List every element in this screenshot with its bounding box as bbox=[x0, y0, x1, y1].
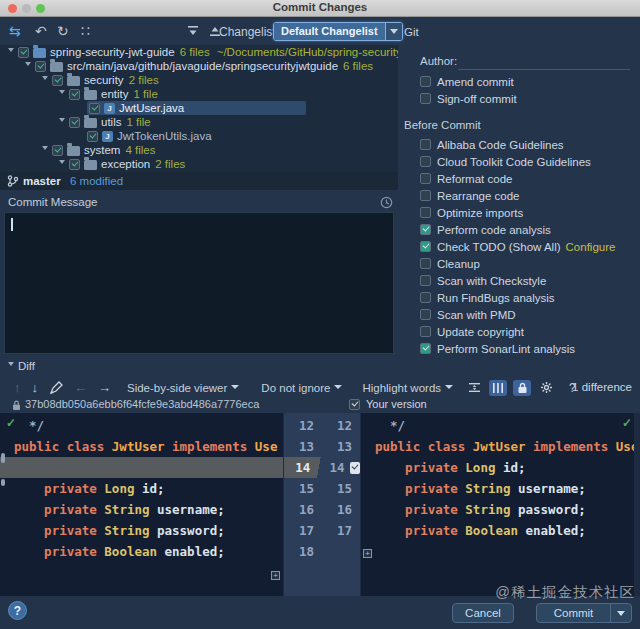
resolved-check-icon: ✓ bbox=[622, 416, 632, 430]
expand-arrow-icon[interactable] bbox=[59, 118, 65, 125]
checkbox-option[interactable]: Check TODO (Show All)Configure bbox=[420, 238, 615, 255]
diff-right-pane[interactable]: */public class JwtUser implements UserD … bbox=[361, 413, 634, 596]
modified-files-link[interactable]: 6 modified bbox=[70, 172, 123, 190]
configure-link[interactable]: Configure bbox=[566, 241, 616, 253]
checkbox[interactable] bbox=[420, 139, 431, 150]
checkbox[interactable] bbox=[420, 156, 431, 167]
changelist-dropdown[interactable]: Default Changelist bbox=[273, 22, 403, 41]
change-scroll-marker bbox=[1, 453, 5, 463]
checkbox-option[interactable]: Cloud Toolkit Code Guidelines bbox=[420, 153, 615, 170]
right-scrollbar[interactable] bbox=[634, 413, 640, 596]
expand-all-icon[interactable] bbox=[187, 25, 199, 37]
tree-row[interactable]: utils1 file bbox=[0, 115, 398, 129]
help-button[interactable]: ? bbox=[8, 601, 27, 620]
checkbox-option[interactable]: Optimize imports bbox=[420, 204, 615, 221]
checkbox-option[interactable]: Run FindBugs analysis bbox=[420, 289, 615, 306]
disable-editing-lock-icon[interactable] bbox=[513, 380, 531, 396]
commit-options-arrow[interactable] bbox=[610, 604, 631, 622]
expand-arrow-icon[interactable] bbox=[42, 76, 48, 83]
expand-arrow-icon[interactable] bbox=[42, 146, 48, 153]
tree-row[interactable]: spring-security-jwt-guide6 files~/Docume… bbox=[0, 45, 398, 59]
tree-row[interactable]: security2 files bbox=[0, 73, 398, 87]
checkbox-option[interactable]: Amend commit bbox=[420, 73, 517, 90]
diff-left-pane[interactable]: */public class JwtUser implements Use pr… bbox=[0, 413, 283, 596]
expand-arrow-icon[interactable] bbox=[25, 62, 31, 69]
checkbox-option[interactable]: Cleanup bbox=[420, 255, 615, 272]
checkbox[interactable] bbox=[420, 343, 431, 354]
checkbox-label: Reformat code bbox=[437, 173, 512, 185]
highlight-mode-dropdown[interactable]: Highlight words bbox=[362, 382, 453, 394]
checkbox[interactable] bbox=[420, 207, 431, 218]
diff-settings-gear-icon[interactable] bbox=[537, 380, 555, 396]
checkbox[interactable] bbox=[420, 93, 431, 104]
expand-arrow-icon[interactable] bbox=[59, 160, 65, 167]
checkbox-label: Update copyright bbox=[437, 326, 524, 338]
tree-row[interactable]: JJwtTokenUtils.java bbox=[0, 129, 398, 143]
your-version-checkbox[interactable] bbox=[349, 399, 360, 410]
refresh-icon[interactable]: ↻ bbox=[57, 22, 69, 40]
tree-item-checkbox[interactable] bbox=[69, 89, 80, 100]
unfold-lines-icon[interactable]: + bbox=[271, 571, 280, 580]
checkbox[interactable] bbox=[420, 275, 431, 286]
tree-row[interactable]: src/main/java/github/javaguide/springsec… bbox=[0, 59, 398, 73]
folder-icon bbox=[84, 160, 97, 170]
jump-to-source-icon[interactable] bbox=[49, 381, 63, 395]
next-difference-icon[interactable]: ↓ bbox=[32, 378, 39, 398]
move-to-changelist-icon[interactable]: ∷ bbox=[81, 22, 90, 40]
diff-code-area: */public class JwtUser implements Use pr… bbox=[0, 413, 640, 596]
tree-row[interactable]: entity1 file bbox=[0, 87, 398, 101]
tree-item-checkbox[interactable] bbox=[52, 75, 63, 86]
tree-item-checkbox[interactable] bbox=[89, 103, 100, 114]
checkbox[interactable] bbox=[420, 241, 431, 252]
checkbox-option[interactable]: Perform SonarLint analysis bbox=[420, 340, 615, 357]
tree-row[interactable]: system4 files bbox=[0, 143, 398, 157]
gutter-row: 1717 bbox=[284, 520, 360, 541]
previous-file-icon[interactable]: ← bbox=[74, 378, 87, 398]
diff-section-header[interactable]: Diff bbox=[8, 360, 35, 372]
checkbox-option[interactable]: Perform code analysis bbox=[420, 221, 615, 238]
tree-row[interactable]: JJwtUser.java bbox=[0, 101, 398, 115]
undo-icon[interactable]: ↶ bbox=[35, 22, 47, 40]
tree-row[interactable]: exception2 files bbox=[0, 157, 398, 171]
message-history-icon[interactable] bbox=[380, 196, 393, 209]
checkbox-option[interactable]: Scan with Checkstyle bbox=[420, 272, 615, 289]
checkbox[interactable] bbox=[420, 76, 431, 87]
tree-item-checkbox[interactable] bbox=[35, 61, 46, 72]
gutter-row: 1313 bbox=[284, 436, 360, 457]
checkbox-option[interactable]: Rearrange code bbox=[420, 187, 615, 204]
checkbox-option[interactable]: Reformat code bbox=[420, 170, 615, 187]
tree-item-checkbox[interactable] bbox=[69, 117, 80, 128]
tree-item-checkbox[interactable] bbox=[87, 131, 98, 142]
tree-item-checkbox[interactable] bbox=[69, 159, 80, 170]
checkbox[interactable] bbox=[420, 326, 431, 337]
commit-button[interactable]: Commit bbox=[536, 603, 632, 623]
tree-item-checkbox[interactable] bbox=[18, 47, 29, 58]
checkbox-option[interactable]: Sign-off commit bbox=[420, 90, 517, 107]
whitespace-ignore-dropdown[interactable]: Do not ignore bbox=[261, 382, 342, 394]
checkbox[interactable] bbox=[420, 292, 431, 303]
checkbox[interactable] bbox=[420, 173, 431, 184]
diff-preview-icon[interactable]: ⇆ bbox=[9, 22, 21, 40]
viewer-mode-dropdown[interactable]: Side-by-side viewer bbox=[127, 382, 239, 394]
unfold-lines-icon[interactable]: + bbox=[363, 549, 372, 558]
chevron-down-icon bbox=[334, 385, 342, 393]
checkbox[interactable] bbox=[420, 190, 431, 201]
author-input[interactable] bbox=[458, 53, 630, 70]
previous-difference-icon[interactable]: ↑ bbox=[14, 378, 21, 398]
collapse-unchanged-icon[interactable] bbox=[465, 380, 483, 396]
expand-arrow-icon[interactable] bbox=[59, 90, 65, 97]
synchronized-scrolling-icon[interactable] bbox=[489, 380, 507, 396]
expand-arrow-icon[interactable] bbox=[8, 48, 14, 55]
commit-message-input[interactable] bbox=[4, 212, 394, 354]
code-line: */ bbox=[0, 415, 283, 436]
tree-item-checkbox[interactable] bbox=[52, 145, 63, 156]
checkbox[interactable] bbox=[420, 224, 431, 235]
checkbox[interactable] bbox=[420, 309, 431, 320]
next-file-icon[interactable]: → bbox=[98, 378, 111, 398]
cancel-button[interactable]: Cancel bbox=[452, 603, 514, 623]
checkbox-option[interactable]: Alibaba Code Guidelines bbox=[420, 136, 615, 153]
checkbox-option[interactable]: Update copyright bbox=[420, 323, 615, 340]
checkbox-option[interactable]: Scan with PMD bbox=[420, 306, 615, 323]
checkbox[interactable] bbox=[420, 258, 431, 269]
apply-change-checkbox[interactable] bbox=[350, 462, 361, 474]
